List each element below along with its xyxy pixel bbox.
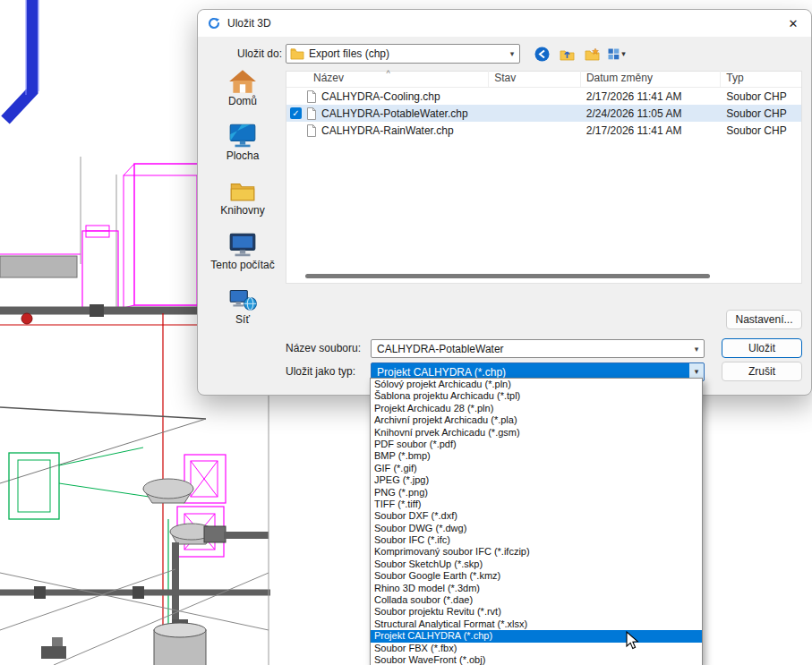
filetype-option[interactable]: Structural Analytical Format (*.xlsx) xyxy=(371,618,702,630)
view-menu-icon xyxy=(608,48,620,60)
filetype-option[interactable]: Soubor Google Earth (*.kmz) xyxy=(371,570,702,582)
home-icon xyxy=(227,67,258,94)
filetype-option[interactable]: Rhino 3D model (*.3dm) xyxy=(371,583,702,594)
folder-icon xyxy=(290,47,304,60)
mouse-cursor xyxy=(624,631,642,651)
save-in-value: Export files (chp) xyxy=(309,47,389,60)
sidebar-item-network[interactable]: Síť xyxy=(203,286,282,326)
filetype-option[interactable]: PDF soubor (*.pdf) xyxy=(371,439,702,450)
filetype-option[interactable]: Komprimovaný soubor IFC (*.ifczip) xyxy=(371,546,702,558)
sidebar-item-home[interactable]: Domů xyxy=(203,67,282,107)
filetype-dropdown-list: Sólový projekt Archicadu (*.pln) Šablona… xyxy=(370,378,703,665)
new-folder-button[interactable] xyxy=(583,45,601,63)
file-type: Soubor CHP xyxy=(721,107,801,120)
file-name: CALHYDRA-Cooling.chp xyxy=(321,90,440,103)
new-folder-icon xyxy=(585,47,600,61)
desktop-icon xyxy=(227,122,258,149)
filetype-option[interactable]: Projekt Archicadu 28 (*.pln) xyxy=(371,403,702,414)
save-in-label: Uložit do: xyxy=(234,47,282,60)
places-sidebar: Domů Plocha Knihovny xyxy=(203,67,282,326)
column-header-status[interactable]: Stav xyxy=(489,71,581,87)
filetype-option[interactable]: JPEG (*.jpg) xyxy=(371,474,702,486)
filetype-option[interactable]: Šablona projektu Archicadu (*.tpl) xyxy=(371,390,702,402)
sidebar-item-label: Knihovny xyxy=(220,205,264,217)
computer-icon xyxy=(227,231,258,258)
app-icon xyxy=(207,16,221,30)
checkbox-icon[interactable]: ✓ xyxy=(290,107,302,119)
sidebar-item-this-pc[interactable]: Tento počítač xyxy=(203,231,282,271)
file-type: Soubor CHP xyxy=(721,90,801,103)
sort-ascending-icon: ^ xyxy=(286,69,490,78)
filetype-option[interactable]: BMP (*.bmp) xyxy=(371,450,702,462)
filetype-value: Projekt CALHYDRA (*.chp) xyxy=(372,366,506,379)
dialog-titlebar[interactable]: Uložit 3D ✕ xyxy=(198,10,811,37)
filetype-option[interactable]: Soubor projektu Revitu (*.rvt) xyxy=(371,606,702,618)
up-folder-icon xyxy=(560,47,575,61)
filename-value: CALHYDRA-PotableWater xyxy=(377,343,504,355)
save-button[interactable]: Uložit xyxy=(722,338,802,358)
file-name-cell: ✓ CALHYDRA-Cooling.chp xyxy=(286,90,489,103)
back-icon xyxy=(534,47,550,62)
filetype-option[interactable]: Collada soubor (*.dae) xyxy=(371,594,702,606)
filetype-option[interactable]: TIFF (*.tiff) xyxy=(371,499,702,510)
filetype-label: Uložit jako typ: xyxy=(286,365,355,378)
file-type: Soubor CHP xyxy=(721,124,801,137)
horizontal-scrollbar[interactable] xyxy=(286,273,802,280)
file-modified: 2/24/2026 11:05 AM xyxy=(581,107,721,120)
libraries-icon xyxy=(227,176,258,203)
filetype-option[interactable]: Soubor DWG (*.dwg) xyxy=(371,523,702,534)
cancel-button[interactable]: Zrušit xyxy=(722,362,802,381)
file-name-cell: ✓ CALHYDRA-PotableWater.chp xyxy=(286,107,489,120)
view-menu-button[interactable]: ▾ xyxy=(608,45,626,63)
filename-label: Název souboru: xyxy=(286,342,361,354)
filetype-option[interactable]: Soubor DXF (*.dxf) xyxy=(371,510,702,522)
up-one-level-button[interactable] xyxy=(558,45,576,63)
column-header-modified[interactable]: Datum změny xyxy=(581,71,721,87)
column-header-type[interactable]: Typ xyxy=(721,71,801,87)
file-name: CALHYDRA-RainWater.chp xyxy=(321,124,454,137)
file-rows: ✓ CALHYDRA-Cooling.chp 2/17/2026 11:41 A… xyxy=(286,88,801,139)
sidebar-item-libraries[interactable]: Knihovny xyxy=(203,176,282,217)
filetype-option[interactable]: PNG (*.png) xyxy=(371,487,702,499)
scrollbar-thumb[interactable] xyxy=(305,274,710,278)
file-name-cell: ✓ CALHYDRA-RainWater.chp xyxy=(286,124,489,137)
document-icon xyxy=(306,124,317,137)
chevron-down-icon: ▾ xyxy=(505,49,519,58)
file-modified: 2/17/2026 11:41 AM xyxy=(581,90,721,103)
filetype-option[interactable]: Sólový projekt Archicadu (*.pln) xyxy=(371,379,702,390)
document-icon xyxy=(306,107,317,120)
back-button[interactable] xyxy=(533,45,551,63)
document-icon xyxy=(306,90,317,103)
filetype-option[interactable]: Soubor SketchUp (*.skp) xyxy=(371,558,702,570)
filetype-option[interactable]: GIF (*.gif) xyxy=(371,463,702,474)
settings-button[interactable]: Nastavení... xyxy=(726,310,802,329)
file-row[interactable]: ✓ CALHYDRA-RainWater.chp 2/17/2026 11:41… xyxy=(286,122,801,139)
save-3d-dialog: Uložit 3D ✕ Uložit do: Export files (chp… xyxy=(197,9,812,396)
screen: Uložit 3D ✕ Uložit do: Export files (chp… xyxy=(0,0,812,665)
chevron-down-icon: ▾ xyxy=(621,49,626,58)
file-list-header: ^ Název Stav Datum změny Typ xyxy=(286,72,801,88)
filetype-option[interactable]: Soubor FBX (*.fbx) xyxy=(371,643,702,654)
file-row[interactable]: ✓ CALHYDRA-PotableWater.chp 2/24/2026 11… xyxy=(286,105,801,122)
file-modified: 2/17/2026 11:41 AM xyxy=(581,124,721,137)
sidebar-item-label: Síť xyxy=(235,314,250,326)
file-row[interactable]: ✓ CALHYDRA-Cooling.chp 2/17/2026 11:41 A… xyxy=(286,88,801,105)
filetype-option[interactable]: Knihovní prvek Archicadu (*.gsm) xyxy=(371,427,702,439)
sidebar-item-label: Plocha xyxy=(227,150,260,162)
dialog-title: Uložit 3D xyxy=(227,17,271,30)
sidebar-item-label: Tento počítač xyxy=(210,260,274,271)
filetype-option[interactable]: Projekt CALHYDRA (*.chp) xyxy=(371,630,702,642)
chevron-down-icon: ▾ xyxy=(689,345,704,354)
sidebar-item-label: Domů xyxy=(228,96,257,107)
close-icon[interactable]: ✕ xyxy=(775,10,811,37)
dialog-toolbar: ▾ xyxy=(533,45,626,63)
save-in-combobox[interactable]: Export files (chp) ▾ xyxy=(286,44,520,64)
filename-combobox[interactable]: CALHYDRA-PotableWater ▾ xyxy=(371,339,705,358)
filetype-option[interactable]: Soubor IFC (*.ifc) xyxy=(371,534,702,546)
file-list: ^ Název Stav Datum změny Typ ✓ xyxy=(286,71,802,284)
filetype-option[interactable]: Soubor WaveFront (*.obj) xyxy=(371,654,702,665)
network-icon xyxy=(227,286,258,312)
sidebar-item-desktop[interactable]: Plocha xyxy=(203,122,282,162)
file-name: CALHYDRA-PotableWater.chp xyxy=(321,107,468,120)
filetype-option[interactable]: Archivní projekt Archicadu (*.pla) xyxy=(371,414,702,426)
